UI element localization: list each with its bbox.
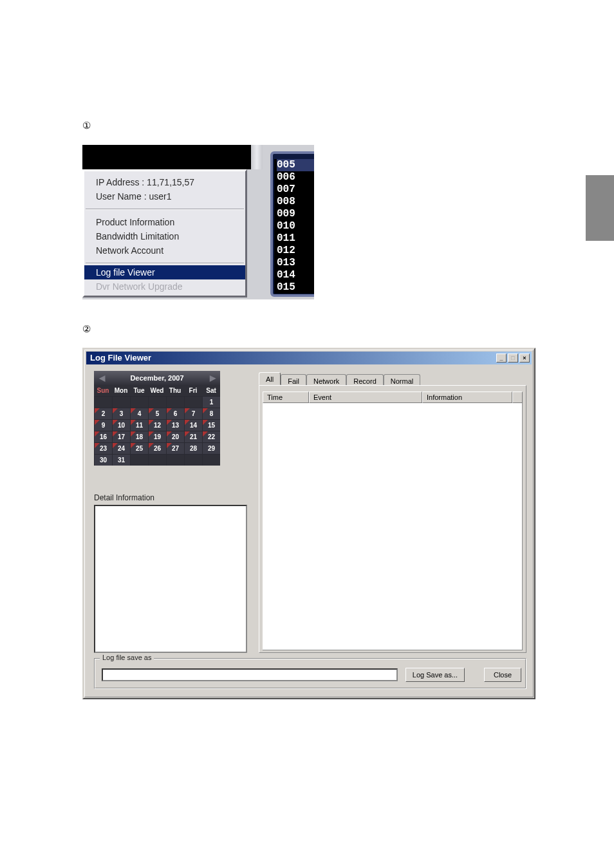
calendar-blank [94,396,112,408]
tab-fail[interactable]: Fail [281,374,306,386]
menu-separator [86,209,244,210]
log-tabs: All Fail Network Record Normal [259,372,420,385]
calendar-day[interactable]: 19 [148,431,166,442]
column-information[interactable]: Information [422,392,512,403]
calendar-day[interactable]: 12 [148,419,166,431]
calendar-dow: Fri [184,385,202,396]
calendar-day[interactable]: 13 [166,419,184,431]
calendar-day[interactable]: 22 [202,431,220,442]
channel-item[interactable]: 010 [277,220,314,232]
calendar-day[interactable]: 7 [184,408,202,419]
calendar-day[interactable]: 2 [94,408,112,419]
calendar-day[interactable]: 9 [94,419,112,431]
channel-item[interactable]: 008 [277,196,314,208]
calendar-day[interactable]: 29 [202,442,220,454]
calendar-day[interactable]: 5 [148,408,166,419]
calendar-day[interactable]: 16 [94,431,112,442]
menu-dvr-network-upgrade[interactable]: Dvr Network Upgrade [84,279,245,296]
calendar-prev-button[interactable]: ◀ [95,371,108,385]
calendar-dow: Sun [94,385,112,396]
calendar-dow-row: Sun Mon Tue Wed Thu Fri Sat [94,385,220,396]
tab-network[interactable]: Network [306,374,346,386]
step-marker-1: ① [82,120,91,131]
calendar-day[interactable]: 15 [202,419,220,431]
black-bar [82,145,251,169]
tab-record[interactable]: Record [346,374,383,386]
calendar-blank [184,454,202,466]
calendar-day[interactable]: 21 [184,431,202,442]
calendar-blank [184,396,202,408]
channel-item[interactable]: 009 [277,208,314,220]
menu-separator [86,263,244,264]
menu-log-file-viewer[interactable]: Log file Viewer [84,265,245,279]
channel-item[interactable]: 006 [277,171,314,184]
calendar-title: December, 2007 [130,374,183,382]
menu-product-information[interactable]: Product Information [84,215,245,229]
calendar-day[interactable]: 25 [130,442,148,454]
calendar-day[interactable]: 28 [184,442,202,454]
column-time[interactable]: Time [263,392,309,403]
dialog-inner: Log File Viewer _ □ × ◀ December, 2007 ▶… [84,350,534,697]
group-inner: Log Save as... Close [95,659,526,688]
calendar-blank [130,454,148,466]
calendar: ◀ December, 2007 ▶ Sun Mon Tue Wed Thu F… [94,371,220,466]
log-list-area[interactable] [263,403,523,650]
channel-item[interactable]: 005 [277,159,314,171]
channel-item[interactable]: 007 [277,184,314,196]
calendar-blank [148,454,166,466]
tab-normal[interactable]: Normal [384,374,420,386]
calendar-blank [166,396,184,408]
log-save-as-button[interactable]: Log Save as... [405,668,465,682]
column-event[interactable]: Event [309,392,422,403]
calendar-day[interactable]: 24 [112,442,130,454]
channel-item[interactable]: 015 [277,281,314,294]
channel-item[interactable]: 012 [277,245,314,257]
side-tab-marker [586,175,614,241]
calendar-day[interactable]: 10 [112,419,130,431]
close-window-button[interactable]: × [519,354,530,363]
channel-item[interactable]: 013 [277,257,314,269]
calendar-day[interactable]: 6 [166,408,184,419]
calendar-dow: Mon [112,385,130,396]
menu-ip-address: IP Address : 11,71,15,57 [84,175,245,189]
calendar-day[interactable]: 17 [112,431,130,442]
calendar-day[interactable]: 20 [166,431,184,442]
calendar-day[interactable]: 27 [166,442,184,454]
calendar-day[interactable]: 18 [130,431,148,442]
menu-bandwidth-limitation[interactable]: Bandwidth Limitation [84,229,245,243]
calendar-blank [130,396,148,408]
calendar-day[interactable]: 8 [202,408,220,419]
calendar-day[interactable]: 23 [94,442,112,454]
calendar-blank [148,396,166,408]
calendar-blank [202,454,220,466]
close-button[interactable]: Close [484,668,521,682]
column-scroll-pad [512,392,523,403]
save-path-input[interactable] [102,668,398,681]
menu-user-name: User Name : user1 [84,189,245,203]
calendar-day[interactable]: 31 [112,454,130,466]
channel-item[interactable]: 014 [277,269,314,281]
calendar-day[interactable]: 30 [94,454,112,466]
detail-information-box [94,505,247,653]
maximize-button[interactable]: □ [508,354,518,363]
minimize-button[interactable]: _ [496,354,507,363]
calendar-day[interactable]: 3 [112,408,130,419]
calendar-dow: Sat [202,385,220,396]
channel-item[interactable]: 011 [277,232,314,245]
log-list-header: Time Event Information [263,392,523,403]
title-bar: Log File Viewer _ □ × [86,352,532,364]
calendar-day[interactable]: 11 [130,419,148,431]
calendar-day[interactable]: 26 [148,442,166,454]
calendar-day[interactable]: 4 [130,408,148,419]
calendar-next-button[interactable]: ▶ [206,371,219,385]
calendar-day[interactable]: 14 [184,419,202,431]
step-marker-2: ② [82,323,91,335]
calendar-dow: Wed [148,385,166,396]
dialog-title: Log File Viewer [90,353,151,363]
panel-divider [251,145,263,169]
tab-all[interactable]: All [259,372,281,385]
group-label: Log file save as [100,654,154,661]
channel-list: 005 006 007 008 009 010 011 012 013 014 … [274,159,314,294]
menu-network-account[interactable]: Network Account [84,243,245,258]
calendar-day[interactable]: 1 [202,396,220,408]
